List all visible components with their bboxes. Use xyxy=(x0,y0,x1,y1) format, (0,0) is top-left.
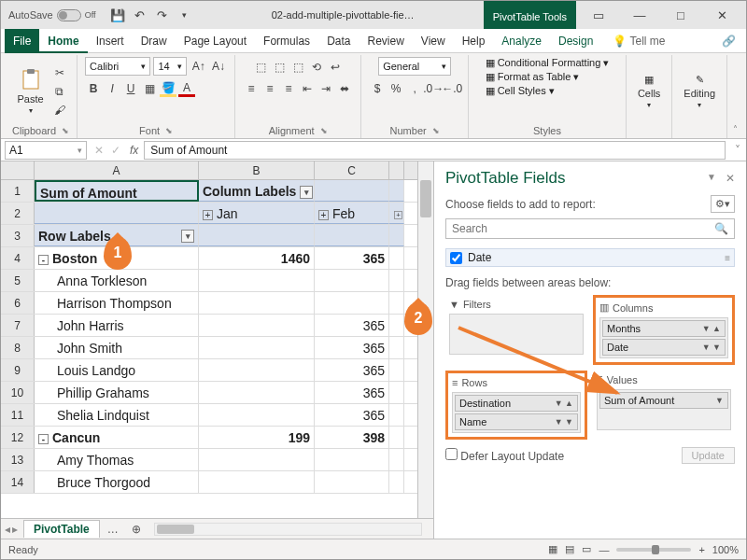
cell-D1[interactable] xyxy=(389,180,404,202)
view-normal-button[interactable]: ▦ xyxy=(548,543,557,555)
defer-layout-checkbox[interactable]: Defer Layout Update xyxy=(445,448,564,463)
field-menu-icon[interactable]: ≡ xyxy=(725,253,730,263)
cell[interactable]: 365 xyxy=(315,337,389,358)
chevron-down-icon[interactable]: ▼ xyxy=(715,393,724,408)
tab-help[interactable]: Help xyxy=(454,29,494,53)
pane-dropdown-icon[interactable]: ▼ xyxy=(707,172,716,185)
fill-color-button[interactable]: 🪣 xyxy=(160,80,176,97)
sheet-tab-pivottable[interactable]: PivotTable xyxy=(23,520,100,538)
name-box[interactable]: A1▾ xyxy=(5,141,87,160)
cell[interactable]: 398 xyxy=(315,427,389,448)
enter-formula-button[interactable]: ✓ xyxy=(107,142,124,159)
row-header[interactable]: 8 xyxy=(1,337,35,358)
indent-inc-button[interactable]: ⇥ xyxy=(317,80,334,97)
cell[interactable] xyxy=(199,337,315,358)
undo-button[interactable]: ↶ xyxy=(130,5,150,25)
cell[interactable]: John Smith xyxy=(35,337,199,358)
cell[interactable]: 365 xyxy=(315,404,389,426)
tab-view[interactable]: View xyxy=(413,29,454,53)
row-header[interactable]: 9 xyxy=(1,359,35,381)
maximize-button[interactable]: □ xyxy=(660,1,701,29)
currency-button[interactable]: $ xyxy=(369,80,386,97)
view-pagelayout-button[interactable]: ▤ xyxy=(565,543,574,555)
align-left-button[interactable]: ≡ xyxy=(243,80,260,97)
close-button[interactable]: ✕ xyxy=(701,1,742,29)
field-search[interactable]: 🔍 xyxy=(445,218,735,239)
cells-button[interactable]: ▦Cells▾ xyxy=(634,72,664,111)
tab-analyze[interactable]: Analyze xyxy=(493,29,550,53)
align-right-button[interactable]: ≡ xyxy=(280,80,297,97)
dropdown-icon[interactable]: ▾ xyxy=(181,230,194,243)
cell[interactable]: Louis Landgo xyxy=(35,359,199,381)
tab-review[interactable]: Review xyxy=(359,29,412,53)
conditional-formatting-button[interactable]: ▦ Conditional Formatting ▾ xyxy=(486,57,610,69)
scroll-thumb[interactable] xyxy=(157,525,194,534)
cell[interactable]: -Cancun xyxy=(35,427,199,448)
border-button[interactable]: ▦ xyxy=(141,80,158,97)
bold-button[interactable]: B xyxy=(85,80,102,97)
tab-formulas[interactable]: Formulas xyxy=(255,29,318,53)
add-sheet-button[interactable]: ⊕ xyxy=(126,523,147,536)
grid-body[interactable]: 1 Sum of Amount Column Labels▾ 2 +Jan +F… xyxy=(1,180,417,539)
decrease-font-button[interactable]: A↓ xyxy=(210,58,227,75)
cell[interactable]: Amy Thomas xyxy=(35,449,199,470)
zoom-out-button[interactable]: — xyxy=(599,544,609,555)
collapse-icon[interactable]: - xyxy=(38,434,49,444)
comma-button[interactable]: , xyxy=(406,80,423,97)
wrap-text-button[interactable]: ↩ xyxy=(327,59,344,76)
qat-customize-button[interactable]: ▾ xyxy=(175,5,195,25)
fx-icon[interactable]: fx xyxy=(124,144,144,157)
cell[interactable] xyxy=(389,247,404,269)
expand-icon[interactable]: + xyxy=(394,211,402,219)
launcher-icon[interactable]: ⬊ xyxy=(165,126,173,135)
search-input[interactable] xyxy=(446,222,709,235)
merge-button[interactable]: ⬌ xyxy=(336,80,353,97)
tab-data[interactable]: Data xyxy=(318,29,359,53)
align-bottom-button[interactable]: ⬚ xyxy=(289,59,306,76)
cell[interactable]: Shelia Lindquist xyxy=(35,404,199,426)
row-header[interactable]: 13 xyxy=(1,449,35,470)
cell[interactable] xyxy=(389,270,404,291)
tab-nav-next[interactable]: ▸ xyxy=(12,523,18,536)
expand-icon[interactable]: + xyxy=(318,210,329,220)
font-color-button[interactable]: A xyxy=(178,80,195,97)
increase-font-button[interactable]: A↑ xyxy=(190,58,207,75)
zoom-in-button[interactable]: + xyxy=(698,544,704,555)
row-header[interactable]: 2 xyxy=(1,203,35,224)
cell[interactable] xyxy=(315,449,389,470)
cell[interactable]: Anna Torkleson xyxy=(35,270,199,291)
percent-button[interactable]: % xyxy=(388,80,404,97)
row-header[interactable]: 6 xyxy=(1,292,35,314)
gear-icon[interactable]: ⚙▾ xyxy=(711,195,735,213)
underline-button[interactable]: U xyxy=(122,80,139,97)
cell[interactable] xyxy=(199,471,315,493)
cell-B3[interactable] xyxy=(199,225,315,246)
share-button[interactable]: 🔗 xyxy=(714,35,742,48)
update-button[interactable]: Update xyxy=(682,447,735,464)
field-item-date[interactable]: Date ≡ xyxy=(445,248,735,267)
cell-C3[interactable] xyxy=(315,225,389,246)
orientation-button[interactable]: ⟲ xyxy=(308,59,325,76)
tell-me-search[interactable]: 💡 Tell me xyxy=(601,35,714,48)
pane-close-icon[interactable]: ✕ xyxy=(726,172,735,185)
cell[interactable] xyxy=(389,382,404,403)
cut-button[interactable]: ✂ xyxy=(51,64,68,81)
cell[interactable] xyxy=(389,359,404,381)
format-as-table-button[interactable]: ▦ Format as Table ▾ xyxy=(486,71,580,83)
cell-D2[interactable]: + xyxy=(389,203,404,224)
align-center-button[interactable]: ≡ xyxy=(261,80,278,97)
redo-button[interactable]: ↷ xyxy=(152,5,173,25)
zoom-slider-thumb[interactable] xyxy=(652,545,659,554)
paste-button[interactable]: Paste▾ xyxy=(13,66,47,117)
col-header-D[interactable] xyxy=(389,161,404,179)
cell[interactable]: 365 xyxy=(315,359,389,381)
tab-home[interactable]: Home xyxy=(39,29,87,53)
cell[interactable] xyxy=(199,292,315,314)
horizontal-scrollbar[interactable] xyxy=(154,523,422,536)
row-header[interactable]: 4 xyxy=(1,247,35,269)
tab-file[interactable]: File xyxy=(5,29,39,53)
dropdown-icon[interactable]: ▾ xyxy=(300,186,313,199)
launcher-icon[interactable]: ⬊ xyxy=(320,126,328,135)
cell-styles-button[interactable]: ▦ Cell Styles ▾ xyxy=(486,85,555,97)
save-button[interactable]: 💾 xyxy=(107,5,128,25)
